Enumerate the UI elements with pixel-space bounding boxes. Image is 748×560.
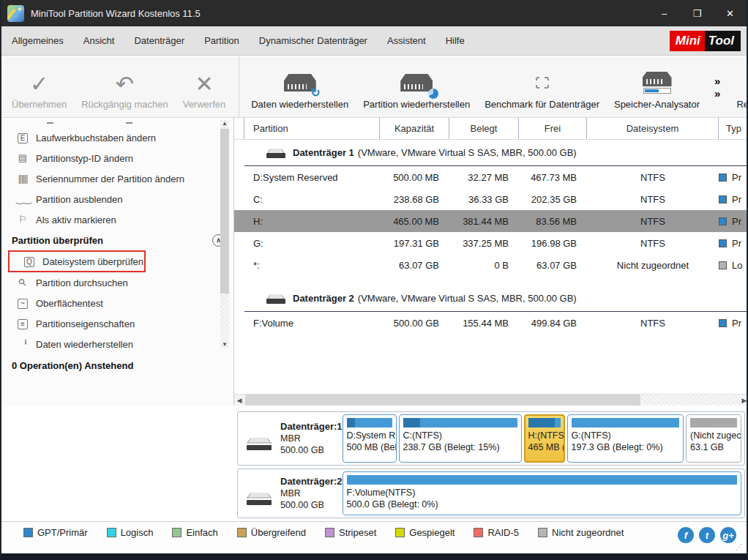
- disk1-map-label[interactable]: Datenträger:1 MBR 500.00 GB: [238, 412, 343, 465]
- data-recovery-button[interactable]: ↻ Daten wiederherstellen: [244, 56, 356, 117]
- disk2-map: Datenträger:2 MBR 500.00 GB F:Volume(NTF…: [237, 468, 745, 518]
- scrollbar-thumb[interactable]: [220, 129, 229, 294]
- pin-icon: ⚐: [16, 214, 29, 225]
- close-button[interactable]: ✕: [714, 0, 747, 26]
- primary-type-icon: [719, 173, 727, 182]
- twitter-icon[interactable]: t: [699, 527, 715, 543]
- table-row-d[interactable]: D:System Reserved 500.00 MB 32.27 MB 467…: [234, 166, 748, 188]
- clipped-sidebar-item[interactable]: [16, 118, 233, 124]
- menu-ansicht[interactable]: Ansicht: [83, 35, 115, 46]
- menu-dynamischer-datentraeger[interactable]: Dynamischer Datenträger: [259, 35, 367, 46]
- legend-color-icon: [237, 528, 247, 537]
- table-row-g[interactable]: G: 197.31 GB 337.25 MB 196.98 GB NTFS Pr: [234, 232, 748, 254]
- usage-bar: [347, 418, 392, 428]
- sidebar-item-hide-partition[interactable]: ‿‿ Partition ausblenden: [1, 189, 233, 209]
- apply-button[interactable]: ✓ Übernehmen: [4, 56, 74, 117]
- map-block-c[interactable]: C:(NTFS) 238.7 GB (Belegt: 15%): [399, 414, 522, 463]
- disk2-group-row[interactable]: Datenträger 2 (VMware, VMware Virtual S …: [244, 285, 748, 312]
- col-filesystem[interactable]: Dateisystem: [587, 118, 719, 139]
- scroll-down-icon[interactable]: ▼: [220, 341, 229, 348]
- sidebar-item-change-partition-type-id[interactable]: ▤ Partitionstyp-ID ändern: [1, 148, 233, 168]
- googleplus-icon[interactable]: g+: [720, 527, 736, 543]
- data-recovery-disk-icon: ↻: [284, 69, 316, 97]
- legend-color-icon: [325, 528, 334, 537]
- legend-mirrored: Gespiegelt: [395, 527, 455, 538]
- sidebar-item-surface-test[interactable]: ~ Oberflächentest: [1, 293, 233, 313]
- status-bar: GPT/Primär Logisch Einfach Übergreifend …: [1, 521, 747, 553]
- legend-color-icon: [172, 528, 182, 537]
- col-used[interactable]: Belegt: [449, 118, 519, 139]
- disk2-map-label[interactable]: Datenträger:2 MBR 500.00 GB: [238, 469, 343, 518]
- minitool-logo: Mini Tool: [670, 31, 741, 51]
- map-block-d[interactable]: D:System R 500 MB (Bel: [343, 414, 397, 463]
- title-bar: MiniTool Partition Wizard Kostenlos 11.5…: [1, 0, 747, 26]
- disk-icon: [266, 294, 285, 304]
- window-title: MiniTool Partition Wizard Kostenlos 11.5: [31, 8, 201, 19]
- disk-benchmark-button[interactable]: Benchmark für Datenträger: [477, 56, 607, 117]
- legend-raid5: RAID-5: [474, 527, 519, 538]
- scroll-up-icon[interactable]: ▲: [220, 120, 229, 127]
- toolbar: ✓ Übernehmen ↶ Rückgängig machen ✕ Verwe…: [1, 56, 747, 117]
- register-button[interactable]: + Registrieren: [729, 56, 748, 117]
- map-block-f[interactable]: F:Volume(NTFS) 500.0 GB (Belegt: 0%): [343, 471, 741, 515]
- sidebar-item-explore-partition[interactable]: ⚲ Partition durchsuchen: [1, 272, 233, 293]
- primary-type-icon: [719, 239, 727, 247]
- menu-bar: Allgemeines Ansicht Datenträger Partitio…: [1, 26, 747, 56]
- legend-spanned: Übergreifend: [237, 527, 306, 538]
- discard-button[interactable]: ✕ Verwerfen: [176, 56, 233, 117]
- col-free[interactable]: Frei: [519, 118, 587, 139]
- maximize-button[interactable]: ❒: [681, 0, 714, 26]
- table-row-f[interactable]: F:Volume 500.00 GB 155.44 MB 499.84 GB N…: [234, 312, 748, 334]
- menu-partition[interactable]: Partition: [204, 35, 239, 46]
- map-block-g[interactable]: G:(NTFS) 197.3 GB (Belegt: 0%): [567, 414, 684, 463]
- map-block-unallocated[interactable]: (Nicht zugec 63.1 GB: [686, 414, 741, 463]
- table-header: Partition Kapazität Belegt Frei Dateisys…: [234, 118, 748, 140]
- layers-icon: ▤: [16, 152, 29, 164]
- resize-grip[interactable]: ⋰: [736, 543, 744, 551]
- col-partition[interactable]: Partition: [244, 118, 380, 139]
- properties-list-icon: ≡: [16, 318, 29, 329]
- menu-datentraeger[interactable]: Datenträger: [134, 35, 184, 46]
- sidebar-item-change-drive-letter[interactable]: E Laufwerkbuchstaben ändern: [1, 127, 233, 148]
- col-type[interactable]: Typ: [719, 118, 748, 139]
- barcode-icon: ||||||: [16, 173, 29, 184]
- sidebar-scrollbar[interactable]: ▲ ▼: [220, 120, 229, 348]
- map-block-h-selected[interactable]: H:(NTFS) 465 MB (Bel: [524, 414, 565, 463]
- undo-arrow-icon: ↶: [116, 72, 134, 97]
- disk1-map: Datenträger:1 MBR 500.00 GB D:System R 5…: [237, 411, 745, 466]
- menu-assistent[interactable]: Assistent: [387, 35, 426, 46]
- scroll-left-icon[interactable]: ◀: [234, 395, 244, 406]
- scroll-right-icon[interactable]: ▶: [739, 395, 748, 406]
- sidebar-item-set-active[interactable]: ⚐ Als aktiv markieren: [1, 209, 233, 230]
- disk-icon: [266, 148, 285, 158]
- menu-hilfe[interactable]: Hilfe: [446, 35, 465, 46]
- legend-color-icon: [395, 528, 405, 537]
- usage-bar: [347, 475, 737, 485]
- facebook-icon[interactable]: f: [678, 527, 694, 543]
- horizontal-scrollbar[interactable]: ◀ ▶: [234, 394, 748, 406]
- sidebar-item-change-serial-number[interactable]: |||||| Seriennummer der Partition ändern: [1, 168, 233, 189]
- surface-test-icon: ~: [16, 297, 29, 309]
- sidebar-item-partition-properties[interactable]: ≡ Partitionseigenschaften: [1, 313, 233, 334]
- legend-logical: Logisch: [107, 527, 154, 538]
- sidebar-item-check-file-system[interactable]: Q Dateisystem überprüfen: [8, 250, 146, 272]
- legend-color-icon: [23, 528, 33, 537]
- undo-button[interactable]: ↶ Rückgängig machen: [74, 56, 176, 117]
- hscrollbar-thumb[interactable]: [245, 395, 640, 406]
- partition-recovery-button[interactable]: Partition wiederherstellen: [356, 56, 477, 117]
- app-logo-icon: [7, 5, 24, 22]
- partition-recovery-disk-icon: [400, 69, 433, 97]
- partition-table: Partition Kapazität Belegt Frei Dateisys…: [234, 117, 748, 406]
- sidebar-section-check-partition[interactable]: Partition überprüfen ∧: [1, 230, 233, 250]
- menu-allgemeines[interactable]: Allgemeines: [12, 35, 64, 46]
- table-row-h-selected[interactable]: H: 465.00 MB 381.44 MB 83.56 MB NTFS Pr: [234, 210, 748, 232]
- table-row-c[interactable]: C: 238.68 GB 36.33 GB 202.35 GB NTFS Pr: [234, 188, 748, 210]
- col-capacity[interactable]: Kapazität: [380, 118, 449, 139]
- space-analyzer-button[interactable]: Speicher-Analysator: [607, 56, 707, 117]
- table-row-unallocated[interactable]: *: 63.07 GB 0 B 63.07 GB Nicht zugeordne…: [234, 254, 748, 276]
- sidebar-item-data-recovery[interactable]: Daten wiederherstellen: [1, 334, 233, 354]
- toolbar-more-button[interactable]: » »: [707, 75, 729, 100]
- disk1-group-row[interactable]: Datenträger 1 (VMware, VMware Virtual S …: [244, 140, 748, 166]
- minimize-button[interactable]: –: [648, 0, 681, 26]
- primary-type-icon: [719, 319, 727, 327]
